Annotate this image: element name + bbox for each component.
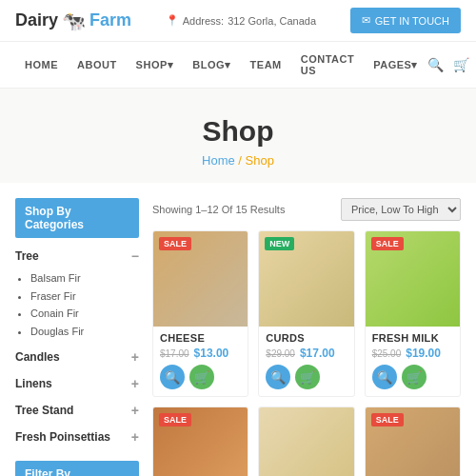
price-new-2: $17.00 — [300, 347, 335, 360]
nav-team[interactable]: TEAM — [241, 48, 291, 82]
logo-farm: Farm — [89, 10, 131, 30]
category-tree-stand: Tree Stand + — [15, 400, 139, 421]
category-poinsettias-label: Fresh Poinsettias — [15, 430, 110, 444]
nav-icons: 🔍 🛒 — [427, 57, 469, 72]
product-card-4: SALE CHEESE $17.00 $13.00 🔍 🛒 — [152, 407, 248, 476]
category-candles-label: Candles — [15, 350, 60, 364]
cart-button-2[interactable]: 🛒 — [295, 365, 320, 389]
subcategory-item[interactable]: Balsam Fir — [30, 269, 139, 288]
category-linens: Linens + — [15, 373, 139, 394]
nav-contact[interactable]: CONTACT US — [291, 42, 364, 88]
view-button-3[interactable]: 🔍 — [372, 365, 397, 389]
product-actions-3: 🔍 🛒 — [372, 365, 453, 389]
mail-icon: ✉ — [362, 14, 370, 27]
price-old-2: $29.00 — [266, 348, 295, 359]
logo: Dairy 🐄 Farm — [15, 10, 131, 32]
view-button-1[interactable]: 🔍 — [160, 365, 185, 389]
nav-shop[interactable]: SHOP▾ — [127, 48, 184, 83]
product-info-2: CURDS $29.00 $17.00 🔍 🛒 — [259, 327, 353, 396]
product-prices-2: $29.00 $17.00 — [266, 347, 347, 360]
sort-select[interactable]: Price, Low To High Price, High To Low Ne… — [341, 198, 461, 221]
logo-cow-icon: 🐄 — [62, 10, 86, 32]
shop-hero: Shop Home / Shop — [0, 89, 476, 183]
subcategory-item[interactable]: Douglas Fir — [30, 323, 139, 341]
category-candles: Candles + — [15, 347, 139, 367]
price-old-1: $17.00 — [160, 348, 189, 359]
top-header: Dairy 🐄 Farm 📍 Address: 312 Gorla, Canad… — [0, 0, 476, 42]
category-poinsettias-header[interactable]: Fresh Poinsettias + — [15, 426, 139, 447]
product-image-6: SALE — [366, 407, 460, 476]
cart-icon[interactable]: 🛒 — [453, 57, 469, 72]
product-image-3: SALE — [366, 231, 460, 327]
product-image-1: SALE — [153, 231, 248, 327]
view-button-2[interactable]: 🔍 — [266, 365, 290, 389]
sidebar: Shop By Categories Tree − Balsam Fir Fra… — [15, 198, 139, 476]
nav-blog[interactable]: BLOG▾ — [183, 48, 240, 83]
nav-about[interactable]: ABOUT — [68, 48, 127, 82]
main-layout: Shop By Categories Tree − Balsam Fir Fra… — [0, 183, 476, 476]
category-tree-toggle[interactable]: − — [131, 248, 139, 264]
product-card-5: CURDS $29.00 $17.00 🔍 🛒 — [258, 407, 354, 476]
subcategory-list: Balsam Fir Fraser Fir Conain Fir Douglas… — [15, 269, 139, 341]
product-actions-1: 🔍 🛒 — [160, 365, 241, 389]
breadcrumb-separator: / — [238, 153, 245, 168]
products-grid: SALE CHEESE $17.00 $13.00 🔍 🛒 NEW — [152, 230, 461, 476]
sale-badge-4: SALE — [159, 413, 191, 426]
product-card-3: SALE FRESH MILK $25.00 $19.00 🔍 🛒 — [365, 230, 461, 397]
address-block: 📍 Address: 312 Gorla, Canada — [166, 14, 316, 27]
main-nav: HOME ABOUT SHOP▾ BLOG▾ TEAM CONTACT US P… — [0, 42, 476, 89]
logo-dairy: Dairy — [15, 10, 58, 30]
search-icon[interactable]: 🔍 — [427, 57, 444, 72]
address-value: 312 Gorla, Canada — [228, 15, 316, 27]
product-name-3: FRESH MILK — [372, 332, 453, 344]
category-linens-label: Linens — [15, 377, 52, 390]
price-old-3: $25.00 — [372, 348, 402, 359]
breadcrumb-current: Shop — [246, 153, 274, 168]
products-area: Showing 1–12 Of 15 Results Price, Low To… — [152, 198, 461, 476]
category-tree-stand-label: Tree Stand — [15, 404, 73, 417]
product-name-1: CHEESE — [160, 332, 241, 344]
cart-button-3[interactable]: 🛒 — [402, 365, 426, 389]
nav-pages[interactable]: PAGES▾ — [364, 48, 427, 83]
cart-button-1[interactable]: 🛒 — [189, 365, 214, 389]
category-poinsettias: Fresh Poinsettias + — [15, 426, 139, 447]
category-tree: Tree − Balsam Fir Fraser Fir Conain Fir … — [15, 246, 139, 341]
product-image-2: NEW — [259, 231, 353, 327]
filter-title: Filter By — [15, 461, 139, 476]
breadcrumb-home[interactable]: Home — [202, 153, 235, 168]
sale-badge-6: SALE — [371, 413, 404, 426]
product-prices-3: $25.00 $19.00 — [372, 347, 453, 360]
category-candles-toggle[interactable]: + — [131, 349, 139, 365]
categories-title: Shop By Categories — [15, 198, 139, 238]
price-new-3: $19.00 — [406, 347, 441, 360]
subcategory-item[interactable]: Conain Fir — [30, 305, 139, 323]
product-info-1: CHEESE $17.00 $13.00 🔍 🛒 — [153, 327, 248, 396]
subcategory-item[interactable]: Fraser Fir — [30, 288, 139, 306]
product-name-2: CURDS — [266, 332, 347, 344]
category-linens-toggle[interactable]: + — [131, 376, 139, 391]
category-tree-stand-toggle[interactable]: + — [131, 403, 139, 418]
products-toolbar: Showing 1–12 Of 15 Results Price, Low To… — [152, 198, 461, 221]
product-card-6: SALE FRESH MILK $25.00 $19.00 🔍 🛒 — [365, 407, 461, 476]
category-poinsettias-toggle[interactable]: + — [131, 429, 139, 445]
results-text: Showing 1–12 Of 15 Results — [152, 204, 285, 215]
nav-home[interactable]: HOME — [15, 48, 68, 82]
get-in-touch-label: GET IN TOUCH — [375, 15, 449, 27]
category-tree-stand-header[interactable]: Tree Stand + — [15, 400, 139, 421]
category-linens-header[interactable]: Linens + — [15, 373, 139, 394]
product-prices-1: $17.00 $13.00 — [160, 347, 241, 360]
address-label: Address: — [183, 15, 224, 27]
product-card-1: SALE CHEESE $17.00 $13.00 🔍 🛒 — [152, 230, 248, 397]
product-info-3: FRESH MILK $25.00 $19.00 🔍 🛒 — [366, 327, 460, 396]
breadcrumb: Home / Shop — [15, 153, 461, 168]
product-card-2: NEW CURDS $29.00 $17.00 🔍 🛒 — [258, 230, 354, 397]
nav-links: HOME ABOUT SHOP▾ BLOG▾ TEAM CONTACT US P… — [15, 42, 427, 88]
product-image-5 — [259, 407, 353, 476]
sale-badge-3: SALE — [371, 237, 404, 250]
get-in-touch-button[interactable]: ✉ GET IN TOUCH — [350, 8, 461, 33]
category-tree-header[interactable]: Tree − — [15, 246, 139, 267]
category-candles-header[interactable]: Candles + — [15, 347, 139, 367]
product-image-4: SALE — [153, 407, 248, 476]
category-tree-label: Tree — [15, 249, 39, 263]
new-badge-2: NEW — [265, 237, 294, 250]
